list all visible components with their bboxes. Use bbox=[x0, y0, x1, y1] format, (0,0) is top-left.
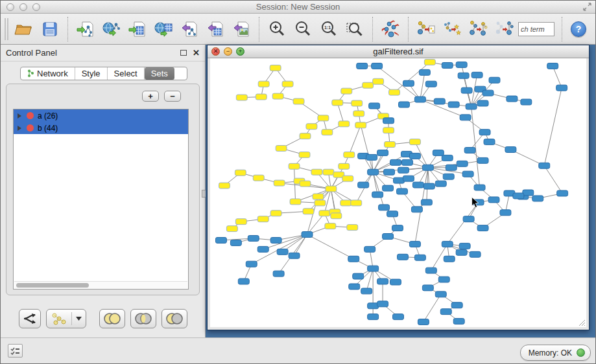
network-frame-titlebar[interactable]: ✕ − + galFiltered.sif bbox=[208, 45, 589, 58]
import-table-file-button[interactable] bbox=[125, 16, 150, 42]
network-frame[interactable]: ✕ − + galFiltered.sif bbox=[207, 45, 590, 330]
create-set-menu-button[interactable] bbox=[46, 309, 86, 328]
network-frame-title: galFiltered.sif bbox=[208, 47, 589, 56]
zoom-actual-size-button[interactable]: 1:1 bbox=[316, 16, 342, 42]
save-session-icon bbox=[40, 19, 60, 39]
tab-network[interactable]: Network bbox=[21, 67, 75, 80]
disclosure-triangle-icon[interactable] bbox=[18, 126, 21, 131]
intersection-sets-button[interactable] bbox=[130, 309, 156, 328]
import-table-file-icon bbox=[128, 19, 147, 39]
status-bar: Memory: OK bbox=[1, 337, 595, 364]
control-panel-title: Control Panel bbox=[6, 48, 180, 58]
list-item-set-a[interactable]: a (26) bbox=[14, 109, 188, 122]
set-color-dot-icon bbox=[27, 124, 34, 131]
network-desktop: ✕ − + galFiltered.sif bbox=[206, 45, 595, 337]
network-tab-icon bbox=[27, 69, 34, 78]
remove-set-button[interactable]: − bbox=[164, 91, 181, 102]
export-image-button[interactable] bbox=[228, 16, 254, 42]
close-panel-icon[interactable]: ✕ bbox=[193, 49, 200, 57]
venn-union-icon bbox=[102, 312, 122, 325]
apply-layout-button[interactable] bbox=[377, 16, 403, 42]
zoom-out-button[interactable] bbox=[290, 16, 316, 42]
toolbar-separator bbox=[562, 17, 562, 41]
new-network-selected-nodes-all-edges-button[interactable] bbox=[439, 16, 465, 42]
memory-status-button[interactable]: Memory: OK bbox=[520, 345, 591, 361]
split-arrows-icon bbox=[23, 313, 37, 324]
network-graph[interactable] bbox=[210, 58, 586, 327]
split-sets-button[interactable] bbox=[19, 309, 41, 328]
window-titlebar: Session: New Session bbox=[1, 1, 595, 14]
venn-difference-icon bbox=[165, 312, 184, 325]
export-table-button[interactable] bbox=[202, 16, 228, 42]
export-table-icon bbox=[206, 19, 225, 39]
tab-style[interactable]: Style bbox=[75, 67, 108, 80]
set-label: b (44) bbox=[38, 124, 58, 133]
list-item-set-b[interactable]: b (44) bbox=[14, 122, 188, 134]
toolbar-grip[interactable] bbox=[5, 18, 8, 40]
toolbar-separator bbox=[67, 17, 68, 41]
zoom-selected-button[interactable] bbox=[342, 16, 368, 42]
zoom-in-icon bbox=[267, 19, 287, 39]
toolbar-separator bbox=[408, 17, 409, 41]
difference-sets-button[interactable] bbox=[161, 309, 187, 328]
svg-text:1:1: 1:1 bbox=[324, 25, 331, 30]
task-history-button[interactable] bbox=[8, 344, 23, 358]
new-network-selected-nodes-selected-edges-icon bbox=[468, 19, 488, 39]
import-network-file-button[interactable] bbox=[73, 16, 99, 42]
set-label: a (26) bbox=[38, 111, 58, 120]
save-session-button[interactable] bbox=[37, 16, 63, 42]
tab-select-label: Select bbox=[114, 69, 137, 78]
disclosure-triangle-icon[interactable] bbox=[18, 113, 21, 119]
export-network-button[interactable] bbox=[176, 16, 202, 42]
sets-list: a (26) b (44) bbox=[13, 109, 189, 290]
set-network-icon bbox=[51, 312, 67, 325]
new-network-from-visible-button[interactable] bbox=[491, 16, 517, 42]
tab-sets[interactable]: Sets bbox=[145, 67, 174, 80]
open-session-button[interactable] bbox=[11, 16, 37, 42]
new-network-selected-nodes-selected-edges-button[interactable] bbox=[465, 16, 491, 42]
export-image-icon bbox=[232, 19, 251, 39]
float-panel-icon[interactable] bbox=[180, 50, 187, 56]
memory-ok-indicator bbox=[577, 348, 585, 357]
frame-resize-grip[interactable] bbox=[578, 319, 586, 326]
tab-network-label: Network bbox=[37, 69, 68, 78]
export-network-icon bbox=[180, 19, 199, 39]
tab-select[interactable]: Select bbox=[108, 67, 145, 80]
union-sets-button[interactable] bbox=[99, 309, 125, 328]
control-panel-tabs: Network Style Select Sets bbox=[20, 67, 187, 80]
fullscreen-icon[interactable] bbox=[583, 3, 591, 11]
horizontal-scrollbar[interactable] bbox=[14, 281, 187, 288]
task-list-icon bbox=[10, 347, 20, 355]
zoom-in-button[interactable] bbox=[264, 16, 290, 42]
sets-panel: + − a (26) b (44) bbox=[6, 84, 200, 295]
toolbar-separator bbox=[372, 17, 373, 41]
toolbar-separator bbox=[259, 17, 259, 41]
sets-toolbar bbox=[1, 309, 205, 328]
set-color-dot-icon bbox=[27, 112, 34, 119]
import-network-web-icon bbox=[102, 19, 121, 39]
main-toolbar: 1:1 bbox=[1, 14, 595, 45]
venn-intersection-icon bbox=[134, 312, 153, 325]
network-canvas[interactable] bbox=[210, 58, 586, 327]
mouse-cursor bbox=[472, 197, 479, 207]
search-input[interactable]: ch term bbox=[518, 22, 554, 36]
zoom-actual-size-icon: 1:1 bbox=[319, 19, 339, 39]
open-session-icon bbox=[14, 19, 34, 39]
import-network-web-button[interactable] bbox=[99, 16, 125, 42]
import-table-web-button[interactable] bbox=[150, 16, 176, 42]
window-title: Session: New Session bbox=[1, 2, 595, 12]
scrollbar-thumb[interactable] bbox=[16, 283, 89, 288]
dropdown-arrow-icon bbox=[76, 317, 82, 321]
new-network-from-visible-icon bbox=[494, 19, 514, 39]
new-network-from-selection-button[interactable] bbox=[413, 16, 439, 42]
tab-sets-label: Sets bbox=[151, 69, 168, 78]
new-network-from-selection-icon bbox=[416, 19, 436, 39]
control-panel: Control Panel ✕ Network Style Select Set… bbox=[1, 45, 206, 337]
new-network-selected-nodes-all-edges-icon bbox=[442, 19, 462, 39]
help-button[interactable]: ? bbox=[571, 21, 586, 37]
apply-layout-icon bbox=[381, 19, 400, 39]
add-set-button[interactable]: + bbox=[142, 91, 159, 102]
zoom-out-icon bbox=[293, 19, 313, 39]
import-table-web-icon bbox=[154, 19, 173, 39]
import-network-file-icon bbox=[76, 19, 95, 39]
